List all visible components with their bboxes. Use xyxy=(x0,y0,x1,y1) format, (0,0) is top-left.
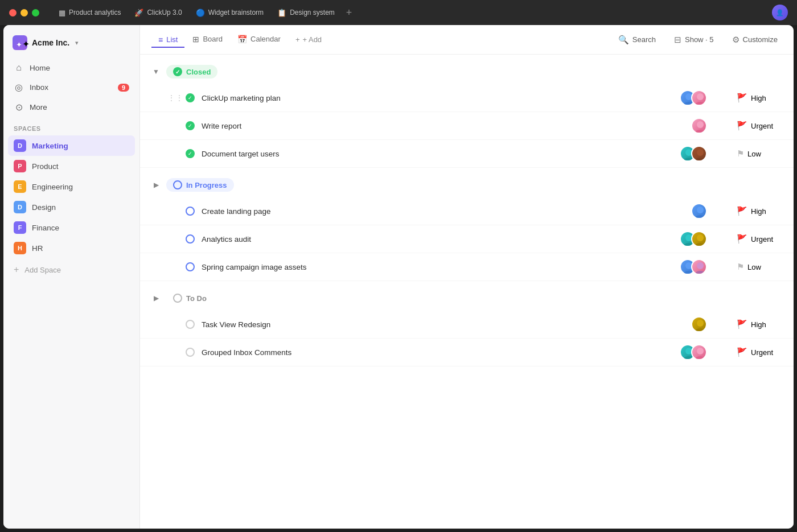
table-row[interactable]: ⋮⋮ Analytics audit 🚩 Urgent xyxy=(140,225,794,253)
tab-list-label: List xyxy=(166,35,178,44)
space-avatar-product: P xyxy=(14,160,26,172)
table-row[interactable]: ⋮⋮ Grouped Inbox Comments 🚩 Urgent xyxy=(140,339,794,366)
customize-action[interactable]: ⚙ Customize xyxy=(728,32,782,48)
svg-point-20 xyxy=(697,320,704,327)
toolbar: ≡ List ⊞ Board 📅 Calendar + + Add xyxy=(140,25,794,55)
group-header-inprogress[interactable]: ▶ In Progress xyxy=(140,172,794,197)
svg-point-8 xyxy=(697,149,704,156)
closed-label: Closed xyxy=(186,68,211,76)
svg-point-18 xyxy=(697,262,704,269)
task-checkbox[interactable] xyxy=(186,320,195,329)
todo-status-dot xyxy=(173,294,182,303)
status-badge-todo: To Do xyxy=(166,291,213,305)
svg-point-2 xyxy=(697,93,704,100)
search-action[interactable]: 🔍 Search xyxy=(614,32,660,48)
priority-flag-icon: ⚑ xyxy=(737,149,744,159)
tab-clickup[interactable]: 🚀 ClickUp 3.0 xyxy=(129,6,187,19)
table-row[interactable]: ⋮⋮ ✓ Document target users ⚑ Low xyxy=(140,140,794,168)
task-assignees xyxy=(680,146,707,162)
tab-calendar[interactable]: 📅 Calendar xyxy=(231,31,287,48)
check-icon: ✓ xyxy=(188,151,192,156)
svg-point-15 xyxy=(695,243,706,247)
maximize-button[interactable] xyxy=(32,9,39,17)
task-assignees xyxy=(691,118,707,134)
avatar xyxy=(691,90,707,106)
add-view-button[interactable]: + + Add xyxy=(289,32,328,47)
space-name-hr: HR xyxy=(32,244,43,253)
tab-board[interactable]: ⊞ Board xyxy=(186,31,229,48)
sidebar-item-product[interactable]: P Product xyxy=(8,156,135,176)
table-row[interactable]: ⋮⋮ ✓ Write report 🚩 Urgent xyxy=(140,112,794,140)
sidebar-item-marketing[interactable]: D Marketing xyxy=(8,135,135,156)
customize-icon: ⚙ xyxy=(732,35,740,45)
user-avatar[interactable]: 👤 xyxy=(772,5,788,20)
task-checkbox[interactable] xyxy=(186,348,195,357)
tab-widget[interactable]: 🔵 Widget brainstorm xyxy=(190,6,269,19)
close-button[interactable] xyxy=(9,9,17,17)
task-assignees xyxy=(680,231,707,247)
space-avatar-finance: F xyxy=(14,221,26,234)
calendar-icon: 📅 xyxy=(237,35,247,44)
minimize-button[interactable] xyxy=(20,9,28,17)
tab-calendar-label: Calendar xyxy=(250,35,281,43)
show-action[interactable]: ⊟ Show · 5 xyxy=(669,32,718,48)
show-label: Show · 5 xyxy=(685,35,714,44)
group-header-closed[interactable]: ▼ ✓ Closed xyxy=(140,59,794,84)
priority-flag-icon: 🚩 xyxy=(737,319,747,329)
sidebar-item-home[interactable]: ⌂ Home xyxy=(8,58,135,77)
avatar xyxy=(691,203,707,219)
table-row[interactable]: ⋮⋮ Create landing page 🚩 High xyxy=(140,197,794,225)
todo-label: To Do xyxy=(186,294,207,303)
task-checkbox[interactable] xyxy=(186,234,195,244)
priority-flag-icon: ⚑ xyxy=(737,262,744,272)
group-header-todo[interactable]: ▶ To Do xyxy=(140,286,794,311)
tab-list[interactable]: ≡ List xyxy=(151,32,184,48)
table-row[interactable]: ⋮⋮ Spring campaign image assets ⚑ Low xyxy=(140,253,794,281)
svg-point-11 xyxy=(695,215,706,219)
add-space-button[interactable]: + Add Space xyxy=(3,261,139,279)
tab-design[interactable]: 📋 Design system xyxy=(272,6,340,19)
task-name: Grouped Inbox Comments xyxy=(202,348,673,357)
task-priority: ⚑ Low xyxy=(737,262,782,272)
task-checkbox[interactable] xyxy=(186,207,195,216)
sidebar-item-more[interactable]: ⊙ More xyxy=(8,97,135,117)
svg-point-24 xyxy=(697,348,704,354)
customize-label: Customize xyxy=(743,35,778,44)
sidebar-item-inbox[interactable]: ◎ Inbox 9 xyxy=(8,77,135,97)
priority-label: Urgent xyxy=(751,348,773,357)
space-name-finance: Finance xyxy=(32,224,59,232)
svg-point-21 xyxy=(695,328,706,332)
view-tabs: ≡ List ⊞ Board 📅 Calendar + + Add xyxy=(151,31,614,48)
workspace-header[interactable]: ✦ Acme Inc. ▾ xyxy=(3,32,139,58)
sidebar-item-engineering[interactable]: E Engineering xyxy=(8,176,135,197)
closed-status-dot: ✓ xyxy=(173,67,182,76)
app-layout: ✦ Acme Inc. ▾ ⌂ Home ◎ Inbox 9 ⊙ More Sp… xyxy=(3,25,794,529)
priority-label: High xyxy=(751,207,766,216)
task-checkbox[interactable] xyxy=(186,262,195,271)
tab-product-analytics[interactable]: ▦ Product analytics xyxy=(53,6,126,19)
inbox-label: Inbox xyxy=(30,83,48,92)
table-row[interactable]: ⋮⋮ ✓ ClickUp marketing plan 🚩 High xyxy=(140,84,794,112)
priority-label: High xyxy=(751,320,766,329)
priority-label: Urgent xyxy=(751,122,773,130)
sidebar-item-hr[interactable]: H HR xyxy=(8,238,135,258)
status-badge-closed: ✓ Closed xyxy=(166,65,217,79)
tab-icon: ▦ xyxy=(59,9,65,17)
svg-point-10 xyxy=(697,207,704,213)
priority-label: Low xyxy=(747,150,761,158)
add-view-icon: + xyxy=(295,35,300,44)
task-checkbox[interactable]: ✓ xyxy=(186,149,195,158)
task-priority: 🚩 Urgent xyxy=(737,234,782,244)
sidebar-item-finance[interactable]: F Finance xyxy=(8,217,135,238)
task-checkbox[interactable]: ✓ xyxy=(186,93,195,102)
task-checkbox[interactable]: ✓ xyxy=(186,121,195,130)
sidebar-item-design[interactable]: D Design xyxy=(8,197,135,217)
table-row[interactable]: ⋮⋮ Task View Redesign 🚩 High xyxy=(140,311,794,339)
task-priority: 🚩 High xyxy=(737,206,782,216)
task-name: Write report xyxy=(202,122,684,130)
workspace-chevron-icon: ▾ xyxy=(75,39,79,47)
add-tab-button[interactable]: + xyxy=(343,7,356,19)
add-space-plus-icon: + xyxy=(14,265,19,275)
svg-point-4 xyxy=(697,121,704,128)
space-avatar-engineering: E xyxy=(14,180,26,193)
